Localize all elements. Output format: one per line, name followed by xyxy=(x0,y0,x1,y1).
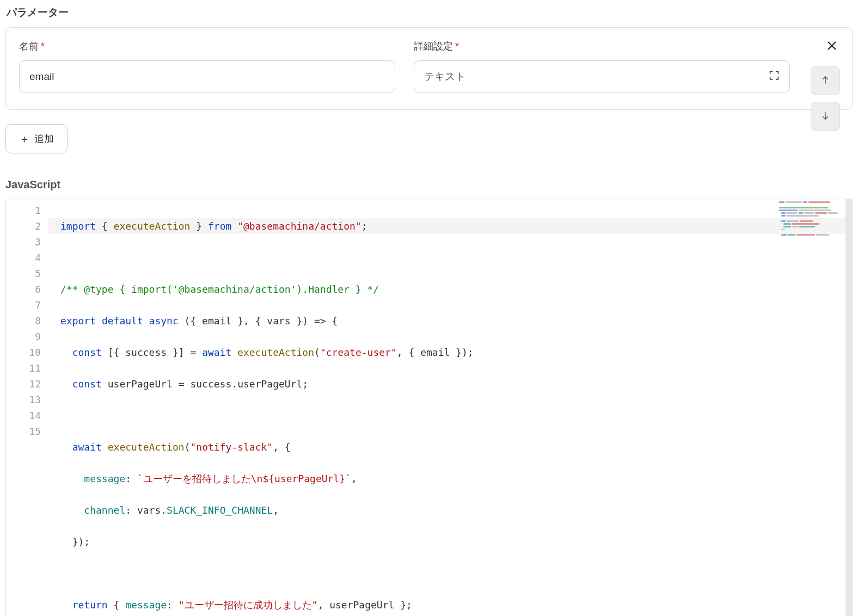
name-label: 名前* xyxy=(19,40,395,53)
required-asterisk: * xyxy=(41,41,45,52)
line-gutter: 1 2 3 4 5 6 7 8 9 10 11 12 13 14 15 xyxy=(6,199,48,616)
javascript-title: JavaScript xyxy=(5,178,853,191)
required-asterisk: * xyxy=(455,41,459,52)
remove-parameter-button[interactable] xyxy=(824,38,840,54)
code-editor[interactable]: 1 2 3 4 5 6 7 8 9 10 11 12 13 14 15 impo… xyxy=(5,199,853,616)
detail-select-value: テキスト xyxy=(424,70,465,84)
arrow-down-icon xyxy=(820,111,830,122)
arrow-up-icon xyxy=(820,75,830,87)
code-content[interactable]: import { executeAction } from "@basemach… xyxy=(48,199,852,616)
expand-icon xyxy=(768,70,780,84)
scrollbar[interactable] xyxy=(845,199,852,616)
move-up-button[interactable] xyxy=(811,66,840,95)
detail-select[interactable]: テキスト xyxy=(414,60,790,93)
plus-icon: ＋ xyxy=(19,133,30,144)
parameters-title: パラメーター xyxy=(7,5,853,20)
parameter-card: 名前* 詳細設定* テキスト xyxy=(5,27,853,110)
add-parameter-button[interactable]: ＋ 追加 xyxy=(5,124,68,153)
move-down-button[interactable] xyxy=(811,102,840,131)
detail-label: 詳細設定* xyxy=(414,40,790,53)
name-input[interactable] xyxy=(19,60,395,93)
add-button-label: 追加 xyxy=(34,132,54,145)
